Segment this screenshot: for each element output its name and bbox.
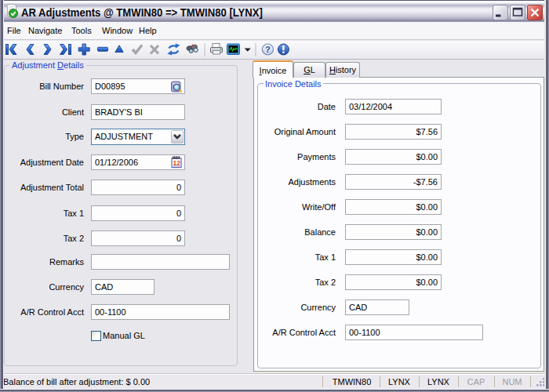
svg-text:12: 12 xyxy=(173,159,180,167)
svg-text:?: ? xyxy=(265,45,271,54)
